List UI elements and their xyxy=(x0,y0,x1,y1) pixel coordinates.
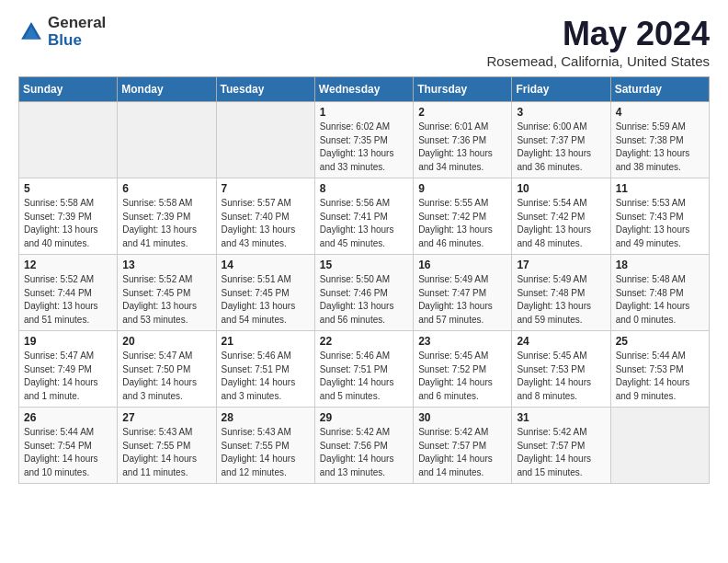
calendar-body: 1Sunrise: 6:02 AM Sunset: 7:35 PM Daylig… xyxy=(19,102,710,484)
day-info: Sunrise: 5:43 AM Sunset: 7:55 PM Dayligh… xyxy=(222,426,310,479)
day-number: 8 xyxy=(320,182,408,195)
calendar-cell: 9Sunrise: 5:55 AM Sunset: 7:42 PM Daylig… xyxy=(414,178,512,255)
day-number: 31 xyxy=(517,411,605,424)
day-info: Sunrise: 5:44 AM Sunset: 7:53 PM Dayligh… xyxy=(616,350,704,403)
calendar-cell: 19Sunrise: 5:47 AM Sunset: 7:49 PM Dayli… xyxy=(19,331,118,408)
day-info: Sunrise: 5:42 AM Sunset: 7:57 PM Dayligh… xyxy=(517,426,605,479)
day-number: 5 xyxy=(24,182,112,195)
day-number: 20 xyxy=(122,335,210,348)
calendar-cell: 30Sunrise: 5:42 AM Sunset: 7:57 PM Dayli… xyxy=(414,408,512,484)
day-number: 9 xyxy=(418,182,506,195)
day-header-saturday: Saturday xyxy=(610,77,709,102)
day-info: Sunrise: 5:56 AM Sunset: 7:41 PM Dayligh… xyxy=(320,197,408,250)
day-number: 17 xyxy=(517,259,605,271)
calendar-week-5: 26Sunrise: 5:44 AM Sunset: 7:54 PM Dayli… xyxy=(19,408,710,484)
calendar-cell: 3Sunrise: 6:00 AM Sunset: 7:37 PM Daylig… xyxy=(512,102,610,178)
day-number: 25 xyxy=(616,335,704,348)
day-number: 22 xyxy=(320,335,408,348)
day-number: 30 xyxy=(418,411,506,424)
calendar-cell: 28Sunrise: 5:43 AM Sunset: 7:55 PM Dayli… xyxy=(216,408,314,484)
day-info: Sunrise: 5:52 AM Sunset: 7:45 PM Dayligh… xyxy=(122,273,210,327)
calendar-cell: 4Sunrise: 5:59 AM Sunset: 7:38 PM Daylig… xyxy=(610,102,709,178)
day-info: Sunrise: 5:52 AM Sunset: 7:44 PM Dayligh… xyxy=(24,273,112,327)
logo: General Blue xyxy=(18,15,106,49)
day-info: Sunrise: 5:46 AM Sunset: 7:51 PM Dayligh… xyxy=(320,350,408,403)
day-number: 18 xyxy=(616,259,704,271)
day-header-monday: Monday xyxy=(118,77,216,102)
day-info: Sunrise: 5:58 AM Sunset: 7:39 PM Dayligh… xyxy=(122,197,210,250)
day-number: 15 xyxy=(320,259,408,271)
day-info: Sunrise: 5:45 AM Sunset: 7:52 PM Dayligh… xyxy=(418,350,506,403)
calendar-cell: 25Sunrise: 5:44 AM Sunset: 7:53 PM Dayli… xyxy=(610,331,709,408)
logo-blue: Blue xyxy=(48,32,106,50)
calendar-cell: 13Sunrise: 5:52 AM Sunset: 7:45 PM Dayli… xyxy=(118,255,216,331)
day-info: Sunrise: 5:58 AM Sunset: 7:39 PM Dayligh… xyxy=(24,197,112,250)
day-info: Sunrise: 5:44 AM Sunset: 7:54 PM Dayligh… xyxy=(24,426,112,479)
calendar-cell: 17Sunrise: 5:49 AM Sunset: 7:48 PM Dayli… xyxy=(512,255,610,331)
day-info: Sunrise: 5:48 AM Sunset: 7:48 PM Dayligh… xyxy=(616,273,704,327)
day-number: 2 xyxy=(418,106,506,119)
day-header-tuesday: Tuesday xyxy=(216,77,314,102)
day-number: 7 xyxy=(222,182,310,195)
day-info: Sunrise: 6:00 AM Sunset: 7:37 PM Dayligh… xyxy=(517,121,605,174)
calendar-cell: 6Sunrise: 5:58 AM Sunset: 7:39 PM Daylig… xyxy=(118,178,216,255)
calendar-cell xyxy=(19,102,118,178)
day-number: 28 xyxy=(222,411,310,424)
day-number: 4 xyxy=(616,106,704,119)
calendar-cell: 20Sunrise: 5:47 AM Sunset: 7:50 PM Dayli… xyxy=(118,331,216,408)
day-info: Sunrise: 5:49 AM Sunset: 7:47 PM Dayligh… xyxy=(418,273,506,327)
calendar-cell: 24Sunrise: 5:45 AM Sunset: 7:53 PM Dayli… xyxy=(512,331,610,408)
day-info: Sunrise: 5:42 AM Sunset: 7:56 PM Dayligh… xyxy=(320,426,408,479)
day-header-sunday: Sunday xyxy=(19,77,118,102)
day-info: Sunrise: 5:47 AM Sunset: 7:49 PM Dayligh… xyxy=(24,350,112,403)
page-title: May 2024 xyxy=(486,15,710,53)
logo-general: General xyxy=(48,15,106,32)
calendar-cell: 2Sunrise: 6:01 AM Sunset: 7:36 PM Daylig… xyxy=(414,102,512,178)
calendar-table: SundayMondayTuesdayWednesdayThursdayFrid… xyxy=(18,76,710,484)
calendar-cell: 18Sunrise: 5:48 AM Sunset: 7:48 PM Dayli… xyxy=(610,255,709,331)
day-number: 27 xyxy=(122,411,210,424)
day-info: Sunrise: 5:47 AM Sunset: 7:50 PM Dayligh… xyxy=(122,350,210,403)
calendar-cell: 7Sunrise: 5:57 AM Sunset: 7:40 PM Daylig… xyxy=(216,178,314,255)
day-info: Sunrise: 5:49 AM Sunset: 7:48 PM Dayligh… xyxy=(517,273,605,327)
day-info: Sunrise: 5:45 AM Sunset: 7:53 PM Dayligh… xyxy=(517,350,605,403)
title-block: May 2024 Rosemead, California, United St… xyxy=(486,15,710,69)
day-number: 24 xyxy=(517,335,605,348)
day-info: Sunrise: 5:59 AM Sunset: 7:38 PM Dayligh… xyxy=(616,121,704,174)
calendar-cell: 14Sunrise: 5:51 AM Sunset: 7:45 PM Dayli… xyxy=(216,255,314,331)
day-number: 13 xyxy=(122,259,210,271)
day-number: 12 xyxy=(24,259,112,271)
calendar-cell: 12Sunrise: 5:52 AM Sunset: 7:44 PM Dayli… xyxy=(19,255,118,331)
day-info: Sunrise: 5:51 AM Sunset: 7:45 PM Dayligh… xyxy=(222,273,310,327)
day-info: Sunrise: 6:01 AM Sunset: 7:36 PM Dayligh… xyxy=(418,121,506,174)
day-number: 1 xyxy=(320,106,408,119)
calendar-cell: 22Sunrise: 5:46 AM Sunset: 7:51 PM Dayli… xyxy=(314,331,413,408)
calendar-cell xyxy=(216,102,314,178)
calendar-week-2: 5Sunrise: 5:58 AM Sunset: 7:39 PM Daylig… xyxy=(19,178,710,255)
day-header-thursday: Thursday xyxy=(414,77,512,102)
calendar-cell: 11Sunrise: 5:53 AM Sunset: 7:43 PM Dayli… xyxy=(610,178,709,255)
day-number: 11 xyxy=(616,182,704,195)
day-info: Sunrise: 5:46 AM Sunset: 7:51 PM Dayligh… xyxy=(222,350,310,403)
day-number: 14 xyxy=(222,259,310,271)
logo-icon xyxy=(18,19,44,45)
day-number: 6 xyxy=(122,182,210,195)
day-info: Sunrise: 5:42 AM Sunset: 7:57 PM Dayligh… xyxy=(418,426,506,479)
day-number: 29 xyxy=(320,411,408,424)
calendar-cell: 15Sunrise: 5:50 AM Sunset: 7:46 PM Dayli… xyxy=(314,255,413,331)
calendar-cell: 27Sunrise: 5:43 AM Sunset: 7:55 PM Dayli… xyxy=(118,408,216,484)
day-info: Sunrise: 5:57 AM Sunset: 7:40 PM Dayligh… xyxy=(222,197,310,250)
calendar-cell xyxy=(610,408,709,484)
calendar-cell: 5Sunrise: 5:58 AM Sunset: 7:39 PM Daylig… xyxy=(19,178,118,255)
day-info: Sunrise: 5:55 AM Sunset: 7:42 PM Dayligh… xyxy=(418,197,506,250)
calendar-cell: 16Sunrise: 5:49 AM Sunset: 7:47 PM Dayli… xyxy=(414,255,512,331)
logo-text: General Blue xyxy=(48,15,106,49)
calendar-cell: 26Sunrise: 5:44 AM Sunset: 7:54 PM Dayli… xyxy=(19,408,118,484)
page-header: General Blue May 2024 Rosemead, Californ… xyxy=(18,15,710,69)
calendar-cell xyxy=(118,102,216,178)
day-number: 3 xyxy=(517,106,605,119)
calendar-cell: 8Sunrise: 5:56 AM Sunset: 7:41 PM Daylig… xyxy=(314,178,413,255)
day-header-wednesday: Wednesday xyxy=(314,77,413,102)
calendar-cell: 29Sunrise: 5:42 AM Sunset: 7:56 PM Dayli… xyxy=(314,408,413,484)
day-number: 26 xyxy=(24,411,112,424)
